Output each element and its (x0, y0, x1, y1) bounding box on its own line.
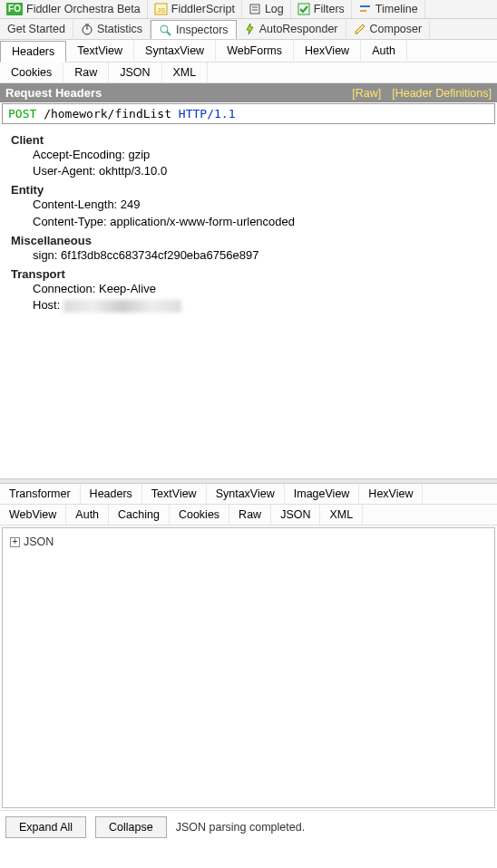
restab-caching[interactable]: Caching (109, 505, 170, 525)
section-client: Client (11, 133, 488, 147)
reqtab-xml[interactable]: XML (162, 63, 209, 82)
tab-label: Fiddler Orchestra Beta (26, 3, 141, 15)
pencil-icon (354, 23, 366, 35)
reqtab-syntaxview[interactable]: SyntaxView (134, 41, 216, 61)
tab-label: Composer (370, 23, 423, 35)
hdr-content-length[interactable]: Content-Length: 249 (33, 197, 488, 213)
request-line: POST /homework/findList HTTP/1.1 (2, 103, 495, 124)
timeline-icon (358, 3, 372, 15)
tab-autoresponder[interactable]: AutoResponder (237, 20, 346, 38)
tab-label: AutoResponder (259, 23, 338, 35)
restab-imageview[interactable]: ImageView (285, 484, 360, 504)
restab-textview[interactable]: TextView (142, 484, 207, 504)
tab-fiddler-orchestra[interactable]: FO Fiddler Orchestra Beta (0, 0, 148, 18)
fo-icon: FO (6, 3, 23, 15)
tab-filters[interactable]: Filters (291, 0, 352, 18)
log-icon (248, 3, 261, 15)
request-headers-title: Request Headers (5, 86, 102, 100)
stopwatch-icon (81, 23, 93, 35)
svg-line-12 (167, 32, 171, 35)
hdr-sign[interactable]: sign: 6f1f3db8cc683734cf290eba6756e897 (33, 247, 488, 264)
tab-label: Get Started (7, 23, 65, 35)
reqtab-raw[interactable]: Raw (63, 63, 109, 82)
redacted-host (63, 300, 181, 313)
svg-rect-5 (298, 4, 309, 14)
tab-get-started[interactable]: Get Started (0, 20, 73, 38)
restab-webview[interactable]: WebView (0, 505, 66, 525)
restab-json[interactable]: JSON (271, 505, 320, 525)
reqtab-headers[interactable]: Headers (0, 41, 66, 63)
reqtab-json[interactable]: JSON (109, 63, 161, 82)
section-misc: Miscellaneous (11, 234, 488, 247)
json-root-node[interactable]: + JSON (10, 535, 487, 548)
restab-hexview[interactable]: HexView (359, 484, 423, 504)
restab-raw[interactable]: Raw (229, 505, 271, 525)
restab-transformer[interactable]: Transformer (0, 484, 81, 504)
tab-label: FiddlerScript (171, 3, 235, 15)
magnifier-icon (159, 24, 172, 36)
http-protocol: HTTP/1.1 (179, 107, 236, 121)
tab-label: Timeline (375, 3, 418, 15)
link-header-definitions[interactable]: [Header Definitions] (392, 87, 492, 100)
restab-xml[interactable]: XML (320, 505, 363, 525)
reqtab-auth[interactable]: Auth (361, 41, 407, 61)
http-path: /homework/findList (44, 107, 171, 121)
reqtab-webforms[interactable]: WebForms (216, 41, 294, 61)
restab-auth[interactable]: Auth (66, 505, 109, 525)
hdr-content-type[interactable]: Content-Type: application/x-www-form-url… (33, 214, 488, 230)
section-entity: Entity (11, 183, 488, 197)
hdr-user-agent[interactable]: User-Agent: okhttp/3.10.0 (33, 163, 488, 179)
tab-composer[interactable]: Composer (346, 20, 431, 38)
tab-label: Log (265, 3, 284, 15)
tab-label: Inspectors (176, 24, 229, 36)
restab-syntaxview[interactable]: SyntaxView (207, 484, 285, 504)
restab-cookies[interactable]: Cookies (170, 505, 229, 525)
script-icon: JS (154, 3, 168, 15)
json-root-label: JSON (24, 535, 54, 548)
tab-log[interactable]: Log (242, 0, 291, 18)
json-tree-view[interactable]: + JSON (2, 527, 495, 808)
restab-headers[interactable]: Headers (81, 484, 142, 504)
reqtab-hexview[interactable]: HexView (294, 41, 361, 61)
section-transport: Transport (11, 267, 488, 281)
status-text: JSON parsing completed. (176, 821, 305, 834)
tab-label: Statistics (97, 23, 142, 35)
hdr-host[interactable]: Host: (33, 297, 488, 313)
hdr-accept-encoding[interactable]: Accept-Encoding: gzip (33, 147, 488, 163)
expand-all-button[interactable]: Expand All (5, 816, 86, 838)
collapse-button[interactable]: Collapse (95, 816, 167, 838)
checkmark-icon (297, 3, 310, 15)
tab-fiddlerscript[interactable]: JS FiddlerScript (148, 0, 242, 18)
svg-point-11 (161, 25, 168, 33)
tab-label: Filters (314, 3, 345, 15)
hdr-connection[interactable]: Connection: Keep-Alive (33, 281, 488, 297)
link-raw[interactable]: [Raw] (352, 87, 381, 100)
lightning-icon (244, 23, 256, 35)
svg-rect-2 (250, 5, 259, 14)
tab-timeline[interactable]: Timeline (352, 0, 425, 18)
reqtab-cookies[interactable]: Cookies (0, 63, 63, 82)
tab-inspectors[interactable]: Inspectors (151, 20, 237, 40)
http-method: POST (8, 107, 36, 121)
tab-statistics[interactable]: Statistics (73, 20, 151, 38)
svg-text:JS: JS (157, 6, 165, 14)
reqtab-textview[interactable]: TextView (66, 41, 134, 61)
expand-icon[interactable]: + (10, 537, 20, 547)
